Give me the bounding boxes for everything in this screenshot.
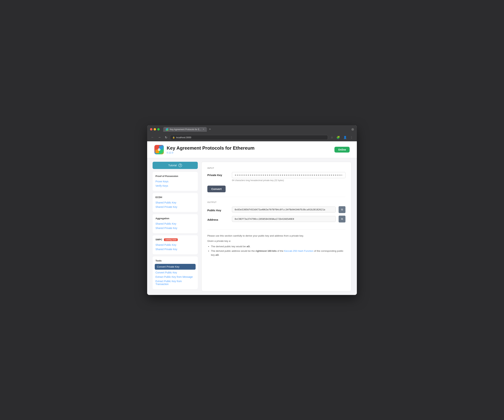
new-tab-button[interactable]: + [208, 127, 212, 131]
main-content-panel: INPUT Private Key 64 characters long hex… [201, 162, 351, 291]
info-line-2: Given a private key a: [207, 239, 345, 243]
sidebar-section-title-smpc: SMPC coming soon [156, 238, 195, 241]
sidebar-section-tools: Tools Convert Private Key Convert Public… [153, 256, 198, 289]
app-header: ✦ Key Agreement Protocols for Ethereum 0… [147, 141, 357, 158]
public-key-label: Public Key [207, 207, 229, 212]
traffic-lights [150, 128, 160, 130]
copy-public-key-button[interactable]: ⧉ [339, 206, 345, 213]
output-section-label: OUTPUT [207, 201, 345, 203]
private-key-input[interactable] [232, 172, 345, 178]
info-line-1: Please use this section carefully to der… [207, 234, 345, 238]
sidebar-item-extract-public-from-message[interactable]: Extract Public Key from Message [156, 275, 195, 279]
address-output [232, 216, 336, 222]
private-key-field-area: 64 characters long hexadecimal private k… [232, 172, 345, 182]
reload-button[interactable]: ↻ [164, 135, 168, 140]
app-content: ✦ Key Agreement Protocols for Ethereum 0… [147, 141, 357, 295]
sidebar-item-convert-private-key[interactable]: Convert Private Key [155, 264, 196, 270]
sidebar: Tutorial ? Proof of Possession Prove Key… [153, 162, 198, 291]
address-label: Address [207, 217, 229, 221]
sidebar-item-extract-public-from-tx[interactable]: Extract Public Key from Transaction [156, 279, 195, 286]
info-bullet-1: The derived public key would be aG. [211, 244, 345, 248]
sidebar-section-title-aggregation: Aggregation [156, 217, 195, 220]
address-row: Address ⧉ [207, 216, 345, 222]
info-variable-a: a [229, 240, 230, 242]
private-key-row: Private Key 64 characters long hexadecim… [207, 172, 345, 182]
private-key-label: Private Key [207, 172, 229, 177]
copy-address-button[interactable]: ⧉ [339, 216, 345, 222]
copy-address-icon: ⧉ [341, 217, 343, 220]
sidebar-item-agg-shared-private[interactable]: Shared Private Key [156, 226, 195, 230]
active-tab[interactable]: Key Agreement Protocols for E... ✕ [163, 127, 207, 132]
keccak-link[interactable]: Keccak-256 Hash Function [284, 250, 313, 252]
tab-close-icon[interactable]: ✕ [203, 128, 204, 130]
tutorial-label: Tutorial [168, 164, 177, 167]
browser-toolbar: ← → ↻ 🔒 localhost:3000 ☆ 🧩 👤 ⋮ [147, 134, 357, 141]
tab-title: Key Agreement Protocols for E... [170, 128, 201, 131]
sidebar-item-smpc-shared-private[interactable]: Shared Private Key [156, 247, 195, 251]
copy-public-key-icon: ⧉ [341, 208, 343, 211]
extensions-icon[interactable]: 🧩 [336, 135, 341, 140]
back-button[interactable]: ← [150, 135, 155, 140]
app-logo: ✦ [154, 145, 164, 154]
browser-menu-icon[interactable] [351, 128, 354, 131]
app-title: Key Agreement Protocols for Ethereum [167, 145, 255, 151]
close-traffic-light[interactable] [150, 128, 152, 130]
output-section: OUTPUT Public Key ⧉ Address ⧉ [207, 201, 345, 230]
sidebar-section-aggregation: Aggregation Shared Public Key Shared Pri… [153, 214, 198, 233]
forward-button[interactable]: → [157, 135, 162, 140]
sidebar-section-title-ecdh: ECDH [156, 196, 195, 199]
info-bold-aG-2: aG [216, 254, 219, 256]
minimize-traffic-light[interactable] [154, 128, 156, 130]
sidebar-item-prove-keys[interactable]: Prove Keys [156, 179, 195, 183]
browser-window: Key Agreement Protocols for E... ✕ + ← →… [147, 125, 357, 295]
maximize-traffic-light[interactable] [157, 128, 160, 130]
browser-titlebar: Key Agreement Protocols for E... ✕ + [147, 125, 357, 134]
lock-icon: 🔒 [173, 136, 175, 139]
app-logo-area: ✦ Key Agreement Protocols for Ethereum 0… [154, 145, 255, 154]
sidebar-section-proof: Proof of Possession Prove Keys Verify Ke… [153, 172, 198, 191]
online-badge: Online [334, 147, 350, 153]
menu-icon[interactable]: ⋮ [349, 135, 354, 140]
coming-soon-badge: coming soon [164, 238, 178, 241]
info-bullet-2: The derived public address would be the … [211, 249, 345, 257]
sidebar-section-ecdh: ECDH Shared Public Key Shared Private Ke… [153, 193, 198, 212]
svg-text:✦: ✦ [158, 149, 160, 151]
sidebar-item-smpc-shared-public[interactable]: Shared Public Key [156, 243, 195, 247]
sidebar-section-smpc: SMPC coming soon Shared Public Key Share… [153, 235, 198, 254]
public-key-row: Public Key ⧉ [207, 206, 345, 213]
tutorial-button[interactable]: Tutorial ? [153, 162, 198, 169]
sidebar-item-verify-keys[interactable]: Verify Keys [156, 183, 195, 188]
convert-button[interactable]: Convert [207, 186, 226, 192]
tab-favicon [166, 128, 168, 131]
app-title-area: Key Agreement Protocols for Ethereum 0.1… [167, 145, 255, 154]
sidebar-section-title-proof: Proof of Possession [156, 175, 195, 177]
info-bullet-list: The derived public key would be aG. The … [207, 244, 345, 257]
main-layout: Tutorial ? Proof of Possession Prove Key… [147, 158, 357, 295]
address-bar[interactable]: 🔒 localhost:3000 [170, 135, 328, 140]
tutorial-help-icon: ? [178, 164, 182, 167]
public-key-output [232, 207, 336, 213]
sidebar-item-agg-shared-public[interactable]: Shared Public Key [156, 222, 195, 226]
info-bold-rightmost: rightmost 160-bits [255, 250, 276, 252]
input-section-label: INPUT [207, 167, 345, 169]
sidebar-item-ecdh-shared-public[interactable]: Shared Public Key [156, 201, 195, 205]
sidebar-section-title-tools: Tools [156, 259, 195, 262]
app-version: 0.12.0 [167, 151, 255, 154]
sidebar-item-ecdh-shared-private[interactable]: Shared Private Key [156, 205, 195, 209]
sidebar-item-convert-public-key[interactable]: Convert Public Key [156, 270, 195, 275]
input-section: INPUT Private Key 64 characters long hex… [207, 167, 345, 197]
info-bold-aG-1: aG [246, 245, 250, 248]
info-section: Please use this section carefully to der… [207, 234, 345, 257]
private-key-hint: 64 characters long hexadecimal private k… [232, 179, 345, 182]
address-text: localhost:3000 [176, 136, 191, 139]
browser-tab-bar: Key Agreement Protocols for E... ✕ + [163, 127, 349, 132]
bookmark-icon[interactable]: ☆ [330, 135, 334, 140]
profile-icon[interactable]: 👤 [342, 135, 348, 140]
toolbar-actions: ☆ 🧩 👤 ⋮ [330, 135, 354, 140]
